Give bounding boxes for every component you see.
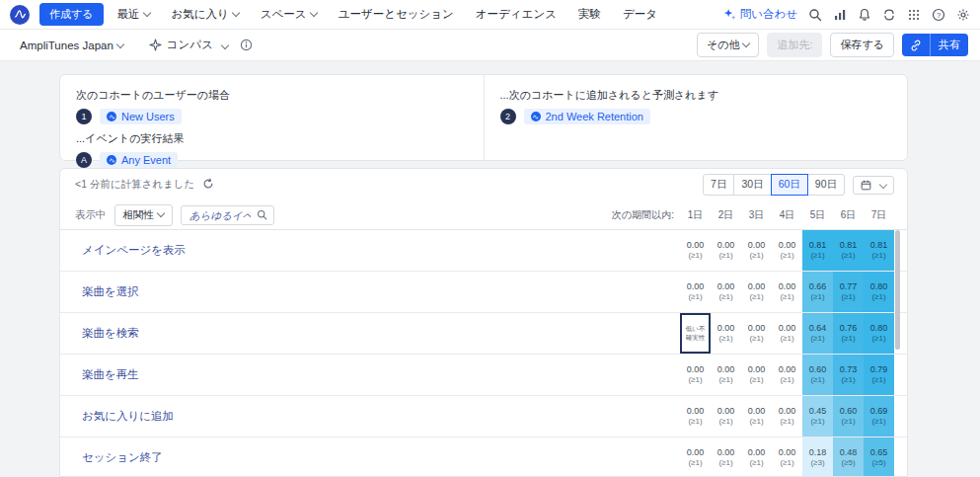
help-icon[interactable]: ? [932, 8, 945, 22]
correlation-cell[interactable]: 0.81(≥1) [802, 230, 833, 271]
cell-threshold: (≥1) [871, 417, 885, 427]
project-selector[interactable]: AmpliTunes Japan [20, 40, 123, 51]
chevron-down-icon [221, 40, 229, 48]
menu-data[interactable]: データ [623, 7, 657, 22]
correlation-cell[interactable]: 0.80(≥1) [864, 313, 894, 354]
menu-favorites[interactable]: お気に入り [172, 7, 239, 22]
event-link[interactable]: 楽曲を再生 [60, 355, 680, 395]
correlation-cell[interactable]: 0.00(≥1) [741, 313, 772, 354]
amplitude-logo-icon[interactable] [10, 5, 30, 25]
correlation-cell[interactable]: 0.79(≥1) [864, 355, 894, 395]
event-link[interactable]: 楽曲を選択 [60, 272, 680, 312]
nav-right-icons: 問い合わせ ? [723, 7, 970, 22]
menu-spaces[interactable]: スペース [261, 7, 317, 22]
correlation-cell[interactable]: 0.80(≥1) [864, 272, 894, 312]
correlation-cell[interactable]: 0.00(≥1) [711, 230, 741, 271]
correlation-cell[interactable]: 0.00(≥1) [772, 396, 802, 437]
event-search-input[interactable] [188, 208, 253, 222]
correlation-cell[interactable]: 0.00(≥1) [772, 313, 802, 354]
correlation-cell[interactable]: 0.00(≥1) [711, 396, 741, 437]
chart-icon[interactable] [833, 8, 847, 22]
more-button[interactable]: その他 [697, 33, 760, 57]
cohort-chip-new-users[interactable]: New Users [100, 109, 182, 124]
copy-link-icon[interactable] [902, 34, 931, 56]
vertical-scrollbar[interactable] [895, 230, 900, 350]
correlation-cell[interactable]: 0.00(≥1) [711, 355, 741, 395]
correlation-cell[interactable]: 0.73(≥1) [833, 355, 864, 395]
event-chip-any-event[interactable]: Any Event [100, 152, 178, 168]
correlation-cell[interactable]: 0.00(≥1) [680, 355, 711, 395]
sync-icon[interactable] [882, 8, 896, 22]
bell-icon[interactable] [858, 8, 871, 22]
range-button[interactable]: 7日 [703, 174, 734, 196]
correlation-cell[interactable]: 0.00(≥1) [741, 355, 772, 395]
correlation-cell[interactable]: 0.77(≥1) [833, 272, 864, 312]
correlation-cell[interactable]: 0.00(≥1) [680, 396, 711, 437]
correlation-cell[interactable]: 0.00(≥1) [772, 230, 802, 271]
definition-line: ...次のコホートに追加されると予測されます [500, 88, 892, 103]
event-link[interactable]: お気に入りに追加 [60, 396, 680, 437]
cell-value: 0.81 [809, 240, 827, 251]
save-button[interactable]: 保存する [830, 33, 894, 57]
correlation-cell[interactable]: 0.00(≥1) [772, 437, 802, 477]
range-button[interactable]: 30日 [733, 174, 771, 196]
row-cells: 0.00(≥1)0.00(≥1)0.00(≥1)0.00(≥1)0.60(≥1)… [680, 355, 894, 395]
share-split-button[interactable]: 共有 [902, 34, 968, 56]
event-search-box[interactable] [181, 205, 274, 225]
correlation-cell[interactable]: 0.60(≥1) [833, 396, 864, 437]
correlation-cell[interactable]: 0.76(≥1) [833, 313, 864, 354]
correlation-cell[interactable]: 0.00(≥1) [680, 272, 711, 312]
correlation-cell[interactable]: 低い不確実性 [680, 313, 711, 354]
correlation-cell[interactable]: 0.60(≥1) [802, 355, 833, 395]
info-icon[interactable] [240, 39, 254, 52]
cell-threshold: (≥1) [780, 334, 793, 344]
apps-grid-icon[interactable] [907, 8, 921, 22]
day-column-header: 2日 [711, 208, 741, 222]
create-button[interactable]: 作成する [39, 3, 104, 26]
menu-users-sessions[interactable]: ユーザーとセッション [339, 7, 454, 22]
correlation-cell[interactable]: 0.66(≥1) [802, 272, 833, 312]
cell-threshold: (≥1) [688, 417, 702, 427]
compass-selector[interactable]: コンパス [149, 38, 228, 52]
correlation-cell[interactable]: 0.00(≥1) [680, 230, 711, 271]
calendar-dropdown[interactable] [853, 176, 894, 195]
cohort-chip-2nd-week-retention[interactable]: 2nd Week Retention [524, 109, 650, 124]
menu-experiments[interactable]: 実験 [578, 7, 601, 22]
correlation-cell[interactable]: 0.00(≥1) [711, 313, 741, 354]
correlation-cell[interactable]: 0.00(≥1) [772, 355, 802, 395]
correlation-cell[interactable]: 0.81(≥1) [864, 230, 894, 271]
cell-threshold: (≥1) [810, 375, 824, 385]
correlation-cell[interactable]: 0.45(≥1) [802, 396, 833, 437]
correlation-cell[interactable]: 0.00(≥1) [741, 396, 772, 437]
correlation-cell[interactable]: 0.00(≥1) [711, 272, 741, 312]
correlation-cell[interactable]: 0.64(≥1) [802, 313, 833, 354]
correlation-cell[interactable]: 0.00(≥1) [741, 437, 772, 477]
correlation-cell[interactable]: 0.48(≥5) [833, 437, 864, 477]
search-icon[interactable] [808, 8, 822, 22]
correlation-cell[interactable]: 0.00(≥1) [741, 272, 772, 312]
correlation-cell[interactable]: 0.69(≥1) [864, 396, 894, 437]
cell-value: 0.81 [870, 240, 888, 251]
settings-gear-icon[interactable] [956, 8, 970, 22]
menu-audiences[interactable]: オーディエンス [476, 7, 557, 22]
cell-value: 0.00 [779, 364, 796, 375]
correlation-cell[interactable]: 0.00(≥1) [680, 437, 711, 477]
event-link[interactable]: メインページを表示 [60, 230, 680, 271]
cell-threshold: (≥1) [780, 375, 793, 385]
correlation-cell[interactable]: 0.81(≥1) [833, 230, 864, 271]
correlation-cell[interactable]: 0.65(≥5) [864, 437, 894, 477]
range-button[interactable]: 90日 [807, 174, 845, 196]
share-button[interactable]: 共有 [931, 34, 968, 56]
correlation-cell[interactable]: 0.18(≥3) [802, 437, 833, 477]
cell-threshold: (≥1) [749, 334, 763, 344]
correlation-cell[interactable]: 0.00(≥1) [772, 272, 802, 312]
menu-recent[interactable]: 最近 [117, 7, 150, 22]
refresh-icon[interactable] [202, 178, 216, 192]
event-link[interactable]: 楽曲を検索 [60, 313, 680, 354]
correlation-cell[interactable]: 0.00(≥1) [741, 230, 772, 271]
correlation-cell[interactable]: 0.00(≥1) [711, 437, 741, 477]
ask-ai-button[interactable]: 問い合わせ [723, 7, 797, 22]
metric-dropdown[interactable]: 相関性 [114, 204, 174, 226]
event-link[interactable]: セッション終了 [60, 437, 680, 477]
range-button[interactable]: 60日 [771, 174, 808, 196]
